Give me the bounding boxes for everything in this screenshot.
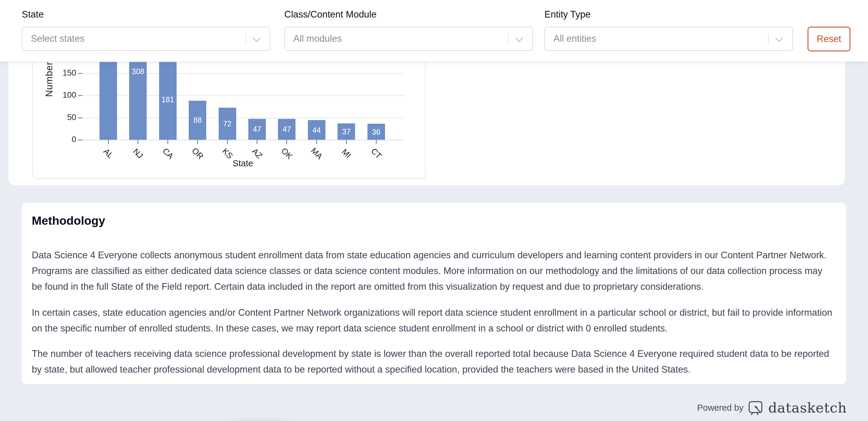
x-tick [197,140,198,144]
methodology-title: Methodology [32,214,105,228]
module-filter-label: Class/Content Module [284,9,376,20]
page: 050100150AL308NJ181CA88OR72KS47AZ47OK44M… [0,0,868,421]
y-tick-label: 50 [49,113,76,122]
bar-value-label: 44 [312,125,321,134]
select-divider [768,33,769,45]
x-tick [227,140,228,144]
bar-value-label: 37 [342,127,350,136]
offscreen-element-shadow [157,404,363,421]
y-tick-label: 0 [49,135,76,144]
bar-value-label: 308 [132,67,145,76]
y-tick [78,73,82,74]
x-tick-label: OK [279,146,294,161]
x-tick [286,140,287,144]
methodology-paragraph: The number of teachers receiving data sc… [32,346,832,378]
filter-bar: State Class/Content Module Entity Type S… [0,0,868,62]
footer: Powered by datasketch [697,400,847,416]
select-divider [508,33,509,45]
datasketch-logo-icon [748,401,763,415]
methodology-card: Methodology Data Science 4 Everyone coll… [22,203,846,384]
methodology-paragraph: In certain cases, state education agenci… [32,305,832,336]
x-tick [257,140,257,144]
entity-select[interactable]: All entities [545,27,793,51]
state-filter-label: State [22,9,43,20]
datasketch-brand-link[interactable]: datasketch [768,400,847,416]
x-tick-label: NJ [131,147,145,160]
x-tick-label: MA [309,146,324,161]
bar-value-label: 47 [282,125,291,134]
chevron-down-icon [252,34,261,42]
x-tick [346,140,347,144]
methodology-paragraph: Data Science 4 Everyone collects anonymo… [32,247,832,295]
entity-filter-label: Entity Type [545,9,591,20]
reset-button[interactable]: Reset [807,27,850,52]
powered-by-label: Powered by [697,403,743,413]
x-tick-label: MI [340,147,353,160]
x-tick [167,140,168,144]
y-tick [78,140,82,140]
gridline [82,140,403,140]
x-tick [376,140,376,144]
entity-select-placeholder: All entities [554,33,596,44]
x-axis-label: State [232,158,253,169]
bar-value-label: 72 [223,119,232,128]
x-tick [137,140,138,144]
x-tick [316,140,317,144]
state-select-placeholder: Select states [31,33,84,44]
bar-value-label: 47 [253,125,261,134]
module-select-placeholder: All modules [293,33,342,44]
x-tick-label: OR [190,146,205,161]
y-axis-label: Number [44,62,55,97]
select-divider [246,33,246,45]
y-tick [78,118,82,118]
chevron-down-icon [515,34,523,42]
bar-value-label: 36 [372,127,380,136]
chevron-down-icon [775,34,783,42]
state-select[interactable]: Select states [22,27,270,51]
bar-value-label: 181 [161,95,174,104]
x-tick [108,140,108,144]
x-tick-label: AL [101,147,115,160]
x-tick-label: CT [369,146,383,160]
module-select[interactable]: All modules [284,27,533,51]
bar-value-label: 88 [193,116,202,125]
y-tick [78,95,82,96]
x-tick-label: CA [161,146,175,161]
